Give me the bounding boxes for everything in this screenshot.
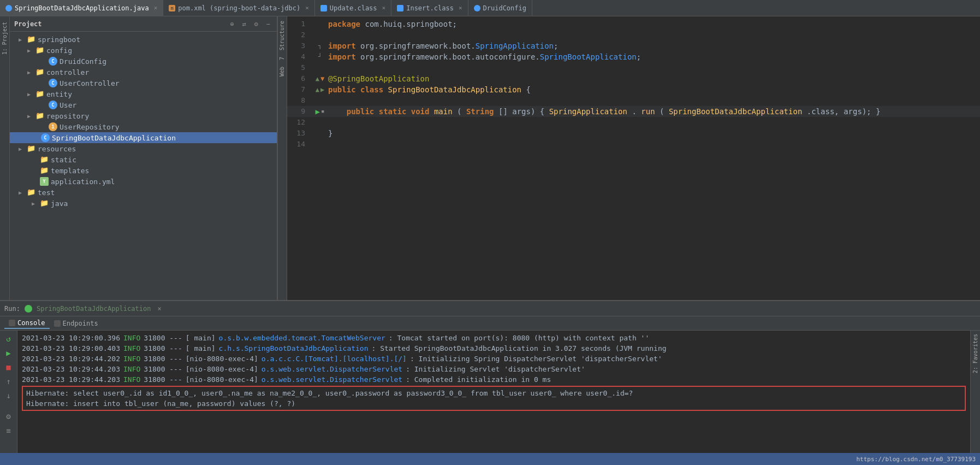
hibernate-line-1: Hibernate: select user0_.id as id1_0_0_,… xyxy=(26,388,961,398)
folder-icon-static: 📁 xyxy=(40,155,49,164)
sidebar-minimize-icon[interactable]: − xyxy=(264,20,272,28)
settings-btn[interactable]: ⚙ xyxy=(3,410,15,422)
class-tab-icon-update xyxy=(320,5,327,11)
sidebar-globe-icon[interactable]: ⊕ xyxy=(228,20,236,28)
sidebar-layout-icon[interactable]: ⇄ xyxy=(240,20,248,28)
side-label-favorites[interactable]: 2: Favorites xyxy=(971,331,979,376)
folder-icon-springboot: 📁 xyxy=(27,35,35,44)
tree-arrow-test: ▶ xyxy=(19,190,25,196)
status-url: https://blog.csdn.net/m0_37739193 xyxy=(856,456,976,463)
folder-icon-testjava: 📁 xyxy=(40,199,49,208)
java-icon-mainapp: C xyxy=(41,133,50,142)
file-tree: ▶ 📁 springboot ▶ 📁 config C DruidConfig … xyxy=(10,32,277,300)
code-line-9: 9 ▶ ▪ public static void main ( String [… xyxy=(287,106,980,117)
repo-icon-userrepo: 1 xyxy=(49,122,57,131)
side-label-web[interactable]: Web xyxy=(278,62,287,81)
yml-icon-appyml: Y xyxy=(40,177,49,186)
folder-icon-entity: 📁 xyxy=(35,90,44,98)
tree-label-appyml: application.yml xyxy=(51,178,115,186)
java-tab-icon xyxy=(5,5,12,11)
tree-label-resources: resources xyxy=(38,145,76,153)
tree-item-springboot[interactable]: ▶ 📁 springboot xyxy=(10,34,277,45)
log-line-4: 2021-03-23 10:29:44.203 INFO 31800 --- [… xyxy=(22,364,966,374)
tree-item-static[interactable]: 📁 static xyxy=(10,154,277,165)
scroll-up-btn[interactable]: ↑ xyxy=(3,375,15,387)
tree-item-repository[interactable]: ▶ 📁 repository xyxy=(10,110,277,121)
tree-item-test[interactable]: ▶ 📁 test xyxy=(10,187,277,198)
folder-icon-config: 📁 xyxy=(35,46,44,55)
tree-item-userrepository[interactable]: 1 UserRepository xyxy=(10,121,277,132)
run-header: Run: SpringBootDataJdbcApplication × xyxy=(0,301,980,316)
folder-icon-resources: 📁 xyxy=(27,144,35,153)
side-label-structure[interactable]: Structure xyxy=(278,16,287,55)
tree-item-entity[interactable]: ▶ 📁 entity xyxy=(10,89,277,99)
tree-arrow-resources: ▶ xyxy=(19,146,25,152)
tree-item-main-app[interactable]: C SpringBootDataJdbcApplication xyxy=(10,132,277,143)
folder-icon-controller: 📁 xyxy=(35,68,44,76)
console-icon xyxy=(9,320,15,326)
tree-label-userrepo: UserRepository xyxy=(60,123,120,131)
hibernate-query-box: Hibernate: select user0_.id as id1_0_0_,… xyxy=(22,386,966,411)
run-close-btn[interactable]: × xyxy=(157,305,161,313)
tree-label-templates: templates xyxy=(51,167,89,175)
log-line-3: 2021-03-23 10:29:44.202 INFO 31800 --- [… xyxy=(22,354,966,364)
tab-main-java[interactable]: SpringBootDataJdbcApplication.java × xyxy=(0,0,163,16)
tree-arrow-repository: ▶ xyxy=(27,113,34,119)
tab-bar: SpringBootDataJdbcApplication.java × m p… xyxy=(0,0,980,16)
tree-item-config[interactable]: ▶ 📁 config xyxy=(10,45,277,56)
tab-endpoints[interactable]: Endpoints xyxy=(50,319,103,328)
run-label: Run: xyxy=(4,305,20,313)
tree-label-mainapp: SpringBootDataJdbcApplication xyxy=(52,134,176,142)
code-line-3: 3 ┐ import org.springframework.boot.Spri… xyxy=(287,40,980,51)
tree-item-usercontroller[interactable]: C UserController xyxy=(10,78,277,89)
console-output[interactable]: 2021-03-23 10:29:00.396 INFO 31800 --- [… xyxy=(17,331,970,453)
stop-btn[interactable]: ■ xyxy=(3,361,15,373)
tab-insert-class[interactable]: Insert.class × xyxy=(391,0,468,16)
log-line-5: 2021-03-23 10:29:44.203 INFO 31800 --- [… xyxy=(22,374,966,385)
tab-close-main-java[interactable]: × xyxy=(154,4,158,11)
tree-item-appyml[interactable]: Y application.yml xyxy=(10,176,277,187)
run-arrow[interactable]: ▶ xyxy=(315,106,319,117)
endpoints-tab-label: Endpoints xyxy=(63,320,98,327)
tree-item-resources[interactable]: ▶ 📁 resources xyxy=(10,143,277,154)
tree-label-test: test xyxy=(38,189,55,197)
tree-label-entity: entity xyxy=(46,90,72,98)
run-app-icon xyxy=(25,305,32,313)
tree-item-druidconfig[interactable]: C DruidConfig xyxy=(10,56,277,67)
tree-item-controller[interactable]: ▶ 📁 controller xyxy=(10,67,277,78)
tab-close-pom[interactable]: × xyxy=(305,4,309,11)
folder-icon-repository: 📁 xyxy=(35,111,44,120)
log-line-1: 2021-03-23 10:29:00.396 INFO 31800 --- [… xyxy=(22,333,966,343)
tab-console[interactable]: Console xyxy=(4,318,50,329)
tree-label-config: config xyxy=(46,46,72,55)
main-area: 1: Project Project ⊕ ⇄ ⚙ − ▶ 📁 springboo… xyxy=(0,16,980,300)
sidebar-header-icons: ⊕ ⇄ ⚙ − xyxy=(228,20,272,28)
side-label-project[interactable]: 1: Project xyxy=(1,19,9,58)
run-btn[interactable]: ▶ xyxy=(3,347,15,359)
tree-item-templates[interactable]: 📁 templates xyxy=(10,165,277,176)
tab-close-insert[interactable]: × xyxy=(459,4,462,11)
code-line-2: 2 xyxy=(287,30,980,40)
tab-update-class[interactable]: Update.class × xyxy=(315,0,391,16)
restart-btn[interactable]: ↺ xyxy=(3,333,15,345)
sidebar-settings-icon[interactable]: ⚙ xyxy=(252,20,260,28)
tree-arrow-testjava: ▶ xyxy=(32,201,38,207)
tree-arrow-entity: ▶ xyxy=(27,91,34,97)
tree-label-testjava: java xyxy=(51,199,68,208)
tab-pom-xml[interactable]: m pom.xml (spring-boot-data-jdbc) × xyxy=(163,0,315,16)
layout-btn[interactable]: ≡ xyxy=(3,425,15,437)
fold-icon[interactable]: ▪ xyxy=(321,106,325,117)
folder-icon-templates: 📁 xyxy=(40,166,49,175)
code-line-14: 14 xyxy=(287,139,980,150)
tree-item-user[interactable]: C User xyxy=(10,99,277,110)
scroll-down-btn[interactable]: ↓ xyxy=(3,390,15,402)
tab-label-insert: Insert.class xyxy=(406,4,454,12)
tab-druid-config[interactable]: DruidConfig xyxy=(468,0,532,16)
tab-close-update[interactable]: × xyxy=(382,4,386,11)
tree-arrow-config: ▶ xyxy=(27,48,34,54)
side-label-7[interactable]: 7 xyxy=(278,55,287,62)
tree-arrow-controller: ▶ xyxy=(27,69,34,75)
code-editor[interactable]: 1 package com.huiq.springboot; 2 3 ┐ imp… xyxy=(287,16,980,300)
xml-tab-icon: m xyxy=(169,5,175,11)
tree-item-test-java[interactable]: ▶ 📁 java xyxy=(10,198,277,209)
